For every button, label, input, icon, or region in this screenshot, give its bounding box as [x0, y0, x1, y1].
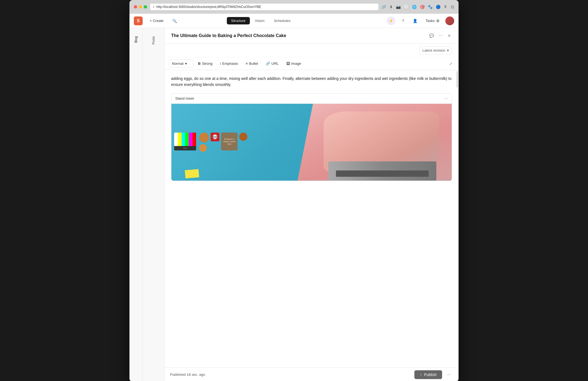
main-content: Blog Posts The Ultimate Guide to Baking …	[129, 28, 459, 381]
terminal-icon[interactable]: ⬜	[404, 5, 409, 9]
more-icon: ⋯	[444, 96, 448, 101]
editor-footer: Published 18 sec. ago ↑ Publish ⋯	[165, 367, 459, 381]
share-icon[interactable]: 🔗	[381, 5, 386, 9]
circle-magnet-3	[239, 133, 247, 141]
expand-toolbar-button[interactable]: ⤢	[448, 60, 454, 68]
tasks-label: Tasks	[426, 19, 435, 23]
sidebar-toggle-icon[interactable]: ⊡	[451, 5, 454, 9]
image-block-title: Stand mixer	[175, 96, 194, 100]
nav-tabs: Structure Vision Schedules	[227, 17, 295, 24]
sidebar-item-posts[interactable]: Posts	[151, 33, 157, 47]
close-icon: ✕	[448, 33, 451, 38]
format-label: Normal	[172, 61, 183, 66]
italic-icon: i	[220, 61, 221, 66]
strong-label: Strong	[202, 61, 212, 66]
bullet-button[interactable]: ≡ Bullet	[242, 60, 261, 67]
circle-magnet-2	[199, 144, 207, 152]
chevron-down-icon: ▾	[185, 61, 187, 66]
create-button[interactable]: + Create	[147, 17, 166, 24]
publish-label: Publish	[424, 372, 437, 377]
emphasis-label: Emphasis	[222, 61, 238, 66]
image-label: Image	[291, 61, 301, 66]
download-icon[interactable]: ⬇	[389, 5, 393, 9]
target-icon[interactable]: 🎯	[420, 5, 425, 9]
tab-schedules[interactable]: Schedules	[269, 17, 295, 24]
editor-area: The Ultimate Guide to Baking a Perfect C…	[165, 28, 459, 381]
revision-label: Latest revision	[422, 48, 445, 52]
info-icon: i	[153, 5, 154, 9]
tab-structure[interactable]: Structure	[227, 17, 250, 24]
address-bar[interactable]: i http://localhost:3000/studio/structure…	[150, 3, 379, 10]
image-block-header: Stand mixer ⋯	[171, 94, 452, 104]
ext3-icon[interactable]: 🎙	[444, 5, 448, 9]
more-icon: ⋯	[446, 372, 451, 377]
ext1-icon[interactable]: 🐾	[428, 5, 432, 9]
comment-button[interactable]: 💬	[428, 32, 435, 39]
help-button[interactable]: ?	[399, 16, 408, 25]
revision-selector[interactable]: Latest revision ▾	[419, 46, 452, 54]
sidebar-blog: Blog	[129, 28, 143, 381]
chevron-down-icon: ▾	[447, 48, 449, 52]
sanity-logo[interactable]: S	[134, 16, 143, 25]
emphasis-button[interactable]: i Emphasis	[217, 60, 241, 67]
circle-magnet-1	[199, 133, 209, 142]
search-button[interactable]: 🔍	[171, 17, 179, 25]
editor-toolbar: Normal ▾ B Strong i Emphasis ≡ Bullet	[165, 57, 459, 70]
publish-button[interactable]: ↑ Publish	[414, 370, 442, 379]
more-icon: ⋯	[439, 33, 443, 38]
stickers-area: TEST 💀 Budapest is always a	[171, 104, 306, 181]
tasks-button[interactable]: Tasks ⊞	[423, 17, 442, 24]
tv-sticker: TEST	[174, 133, 196, 150]
skull-sticker: 💀	[211, 133, 219, 141]
more-options-button[interactable]: ⋯	[438, 32, 444, 39]
close-editor-button[interactable]: ✕	[446, 32, 452, 39]
scroll-thumb	[457, 71, 458, 88]
avatar-image	[445, 16, 454, 25]
revision-bar: Latest revision ▾	[165, 44, 459, 57]
published-status: Published 18 sec. ago	[170, 372, 205, 377]
traffic-lights	[134, 5, 147, 9]
editor-content[interactable]: adding eggs, do so one at a time, mixing…	[165, 70, 459, 367]
tram-sticker: Budapest is always a good idea	[221, 133, 238, 150]
image-button[interactable]: 🖼 Image	[283, 60, 304, 67]
header-right: ⚡ ? 👤 Tasks ⊞	[387, 16, 454, 25]
close-window-button[interactable]	[134, 5, 137, 9]
mixer-visual	[298, 104, 452, 181]
app-header: S + Create 🔍 Structure Vision Schedules	[129, 14, 459, 28]
sticky-note	[185, 169, 199, 178]
help-icon: ?	[402, 19, 404, 23]
editor-paragraph: adding eggs, do so one at a time, mixing…	[171, 75, 452, 88]
browser-toolbar-icons: 🔗 ⬇ 📷 ⬜ 🌐 🎯 🐾 🔵 🎙 ⊡	[381, 5, 454, 9]
footer-more-button[interactable]: ⋯	[444, 371, 453, 378]
lightning-icon: ⚡	[389, 19, 393, 23]
sidebar-item-blog[interactable]: Blog	[133, 33, 139, 46]
tab-vision[interactable]: Vision	[250, 17, 269, 24]
editor-title: The Ultimate Guide to Baking a Perfect C…	[171, 33, 286, 38]
bullet-icon: ≡	[246, 61, 248, 66]
collaborate-button[interactable]: 👤	[411, 16, 420, 25]
bold-icon: B	[198, 61, 200, 66]
globe-icon[interactable]: 🌐	[412, 5, 417, 9]
minimize-window-button[interactable]	[139, 5, 142, 9]
scrollbar[interactable]	[456, 70, 458, 367]
format-select[interactable]: Normal ▾	[169, 60, 194, 68]
user-icon: 👤	[413, 19, 417, 23]
avatar[interactable]	[445, 16, 454, 25]
posts-panel: Posts	[143, 28, 165, 381]
camera-icon[interactable]: 📷	[396, 5, 401, 9]
editor-header-actions: 💬 ⋯ ✕	[428, 32, 452, 39]
image-placeholder: TEST 💀 Budapest is always a	[171, 104, 452, 181]
editor-header: The Ultimate Guide to Baking a Perfect C…	[165, 28, 459, 44]
ext2-icon[interactable]: 🔵	[436, 5, 440, 9]
url-label: URL	[272, 61, 279, 66]
image-block-menu-button[interactable]: ⋯	[444, 96, 448, 101]
image-block: Stand mixer ⋯	[171, 93, 452, 181]
bullet-label: Bullet	[249, 61, 258, 66]
footer-actions: ↑ Publish ⋯	[414, 370, 453, 379]
url-button[interactable]: 🔗 URL	[262, 60, 282, 67]
maximize-window-button[interactable]	[144, 5, 147, 9]
link-icon: 🔗	[266, 61, 270, 66]
strong-button[interactable]: B Strong	[195, 60, 216, 67]
comment-icon: 💬	[429, 33, 434, 38]
lightning-button[interactable]: ⚡	[387, 16, 395, 25]
